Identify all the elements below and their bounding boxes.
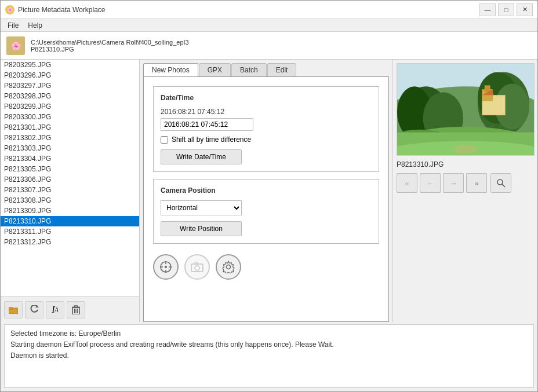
filepath-filename: P8213310.JPG (31, 46, 189, 53)
datetime-title: Date/Time (161, 94, 372, 102)
camera-position-section: Camera Position Horizontal Vertical Rota… (153, 179, 379, 244)
svg-rect-17 (195, 262, 198, 264)
circle-btn-1[interactable] (153, 254, 179, 280)
list-item[interactable]: P8203296.JPG (1, 70, 139, 80)
app-icon: 🌸 (5, 5, 14, 14)
datetime-original: 2016:08:21 07:45:12 (161, 108, 372, 116)
status-bar: Selected timezone is: Europe/BerlinStart… (4, 324, 534, 388)
text-button[interactable]: I A (46, 301, 64, 318)
shift-checkbox-label: Shift all by time difference (172, 135, 251, 144)
file-icon: 🌸 (6, 36, 25, 55)
nav-buttons-row: « ← → » (397, 173, 534, 193)
svg-rect-5 (74, 306, 78, 307)
tab-content: Date/Time 2016:08:21 07:45:12 Shift all … (143, 76, 389, 322)
file-list-panel: P8203295.JPGP8203296.JPGP8203297.JPGP820… (1, 60, 140, 322)
write-datetime-button[interactable]: Write Date/Time (161, 149, 242, 164)
list-item[interactable]: P8203300.JPG (1, 112, 139, 122)
nav-last-button[interactable]: » (466, 173, 487, 193)
window-controls: — □ ✕ (479, 3, 533, 16)
list-item[interactable]: P8203295.JPG (1, 60, 139, 70)
status-message: Daemon is started. (10, 350, 528, 361)
folder-icon (9, 306, 18, 314)
menu-file[interactable]: File (3, 20, 23, 31)
filepath-bar: 🌸 C:\Users\thoma\Pictures\Camera Roll\f4… (1, 32, 537, 60)
maximize-button[interactable]: □ (498, 3, 514, 16)
search-button[interactable] (490, 173, 511, 193)
preview-image (397, 63, 535, 156)
camera-icon (191, 262, 203, 272)
trash-icon (72, 305, 80, 314)
list-item[interactable]: P8213312.JPG (1, 237, 139, 247)
list-item[interactable]: P8213308.JPG (1, 195, 139, 206)
right-panel: P8213310.JPG « ← → » (392, 60, 537, 322)
title-bar: 🌸 Picture Metadata Workplace — □ ✕ (1, 1, 537, 19)
svg-point-18 (227, 265, 231, 269)
list-item[interactable]: P8213306.JPG (1, 174, 139, 185)
icon-buttons-row (153, 251, 379, 283)
filepath-path: C:\Users\thoma\Pictures\Camera Roll\f400… (31, 39, 189, 46)
list-item[interactable]: P8213310.JPG (1, 216, 139, 226)
nav-first-button[interactable]: « (397, 173, 417, 193)
svg-rect-1 (9, 307, 13, 309)
status-message: Selected timezone is: Europe/Berlin (10, 328, 528, 339)
camera-position-title: Camera Position (161, 186, 372, 195)
list-item[interactable]: P8213301.JPG (1, 122, 139, 133)
list-item[interactable]: P8213304.JPG (1, 153, 139, 164)
text-cursor-icon: A (55, 306, 59, 313)
search-icon (496, 178, 506, 188)
nav-next-button[interactable]: → (443, 173, 464, 193)
datetime-input[interactable] (161, 118, 253, 131)
photo-svg (397, 64, 534, 155)
file-list-container[interactable]: P8203295.JPGP8203296.JPGP8203297.JPGP820… (1, 60, 139, 296)
gps-icon (159, 261, 172, 273)
circle-btn-3[interactable] (216, 254, 241, 280)
minimize-button[interactable]: — (479, 3, 496, 16)
menu-bar: File Help (1, 19, 537, 32)
window-title: Picture Metadata Workplace (18, 6, 479, 14)
svg-point-16 (195, 266, 199, 270)
list-item[interactable]: P8213309.JPG (1, 206, 139, 216)
list-item[interactable]: P8213303.JPG (1, 143, 139, 153)
datetime-section: Date/Time 2016:08:21 07:45:12 Shift all … (153, 86, 379, 172)
write-position-button[interactable]: Write Position (161, 221, 242, 236)
tab-new-photos[interactable]: New Photos (143, 63, 198, 76)
center-panel: New Photos GPX Batch Edit Date/Time 2016… (140, 60, 392, 322)
open-folder-button[interactable] (4, 301, 23, 318)
position-dropdown[interactable]: Horizontal Vertical Rotate 90° Rotate 27… (161, 200, 242, 215)
tab-gpx[interactable]: GPX (199, 63, 231, 76)
tab-batch[interactable]: Batch (231, 63, 267, 76)
file-list-toolbar: I A (1, 296, 139, 322)
list-item[interactable]: P8213311.JPG (1, 226, 139, 237)
svg-point-10 (165, 266, 167, 268)
main-content: P8203295.JPGP8203296.JPGP8203297.JPGP820… (1, 60, 537, 322)
tabs-bar: New Photos GPX Batch Edit (140, 60, 392, 76)
settings-icon (222, 261, 235, 273)
svg-point-37 (497, 179, 503, 185)
svg-line-38 (502, 184, 505, 187)
circle-btn-2[interactable] (184, 254, 210, 280)
list-item[interactable]: P8203299.JPG (1, 101, 139, 112)
preview-filename: P8213310.JPG (397, 159, 534, 170)
svg-marker-2 (35, 306, 39, 307)
delete-button[interactable] (67, 301, 85, 318)
status-message: Starting daemon ExifTool process and cre… (10, 339, 528, 350)
nav-prev-button[interactable]: ← (420, 173, 441, 193)
refresh-icon (30, 305, 39, 314)
menu-help[interactable]: Help (23, 20, 47, 31)
svg-point-36 (454, 145, 477, 154)
list-item[interactable]: P8213307.JPG (1, 185, 139, 195)
list-item[interactable]: P8213302.JPG (1, 133, 139, 143)
filepath-info: C:\Users\thoma\Pictures\Camera Roll\f400… (31, 39, 189, 53)
tab-edit[interactable]: Edit (267, 63, 297, 76)
shift-checkbox[interactable] (161, 136, 168, 144)
main-window: 🌸 Picture Metadata Workplace — □ ✕ File … (0, 0, 538, 392)
refresh-button[interactable] (25, 301, 43, 318)
list-item[interactable]: P8203298.JPG (1, 91, 139, 101)
list-item[interactable]: P8203297.JPG (1, 80, 139, 91)
list-item[interactable]: P8213305.JPG (1, 164, 139, 174)
shift-checkbox-row: Shift all by time difference (161, 135, 372, 144)
close-button[interactable]: ✕ (517, 3, 533, 16)
